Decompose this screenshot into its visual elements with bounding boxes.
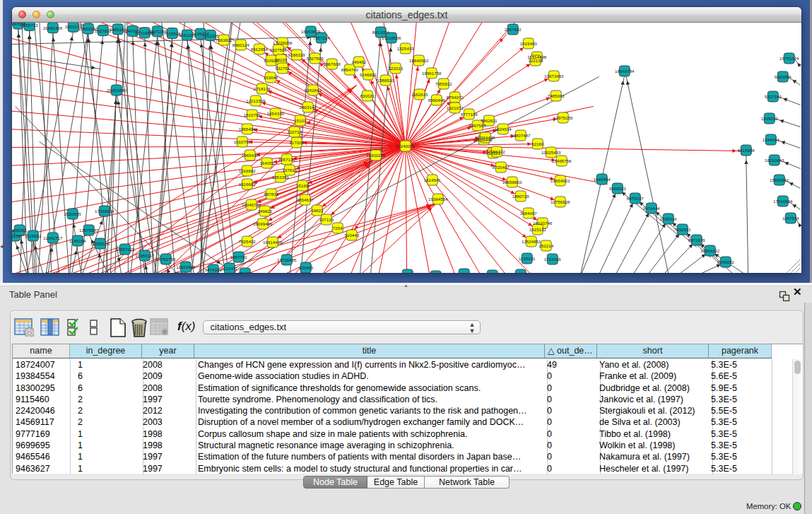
svg-text:7663822: 7663822 [216, 37, 233, 42]
svg-text:2935114: 2935114 [660, 216, 677, 221]
svg-text:910233: 910233 [513, 272, 528, 273]
svg-text:1588520: 1588520 [377, 78, 395, 83]
svg-text:12342717: 12342717 [43, 235, 63, 240]
svg-text:1916682: 1916682 [239, 168, 257, 173]
svg-text:7986322: 7986322 [488, 149, 506, 154]
svg-text:9857791: 9857791 [230, 255, 248, 259]
svg-text:9329966: 9329966 [775, 74, 792, 79]
svg-text:1654339: 1654339 [267, 111, 285, 116]
svg-text:10973493: 10973493 [544, 74, 564, 78]
svg-text:7357224: 7357224 [313, 35, 331, 40]
svg-text:11923446: 11923446 [176, 264, 196, 269]
svg-text:16914479: 16914479 [263, 240, 283, 245]
svg-text:1880728: 1880728 [512, 194, 530, 199]
svg-text:8123411: 8123411 [221, 266, 238, 271]
svg-text:16210643: 16210643 [765, 158, 784, 163]
svg-text:8454749: 8454749 [341, 67, 359, 72]
svg-text:9474303: 9474303 [205, 267, 223, 272]
svg-text:252214: 252214 [539, 243, 553, 248]
svg-text:16961758: 16961758 [422, 71, 442, 76]
svg-text:110713: 110713 [288, 129, 302, 134]
svg-text:13226058: 13226058 [273, 40, 293, 45]
svg-text:830021: 830021 [360, 93, 375, 98]
svg-text:133046: 133046 [263, 75, 278, 80]
svg-text:1965438: 1965438 [242, 153, 259, 158]
svg-text:1353359: 1353359 [272, 175, 290, 180]
svg-text:13975887: 13975887 [79, 228, 99, 233]
svg-text:3684067: 3684067 [520, 211, 538, 216]
svg-text:1916682: 1916682 [239, 182, 257, 187]
svg-text:146462: 146462 [351, 59, 366, 64]
svg-text:7955812: 7955812 [435, 81, 453, 86]
svg-text:910443: 910443 [344, 233, 359, 238]
svg-text:1965498: 1965498 [239, 127, 257, 132]
svg-text:10654112: 10654112 [700, 248, 720, 253]
svg-text:15716485: 15716485 [277, 257, 297, 262]
svg-text:2020655: 2020655 [64, 211, 82, 216]
svg-text:16053809: 16053809 [301, 29, 321, 34]
svg-text:8912954: 8912954 [251, 47, 269, 52]
svg-text:1138141: 1138141 [519, 256, 536, 261]
svg-text:107133: 107133 [319, 217, 334, 222]
svg-text:17957223: 17957223 [115, 247, 135, 252]
svg-text:1615132: 1615132 [529, 227, 547, 232]
svg-text:137813: 137813 [282, 168, 297, 173]
svg-text:7485063: 7485063 [548, 93, 565, 98]
svg-text:16648784: 16648784 [615, 69, 635, 74]
svg-text:1610755: 1610755 [244, 112, 261, 117]
svg-text:16120746: 16120746 [533, 221, 553, 226]
svg-text:12505135: 12505135 [90, 241, 110, 246]
svg-text:1621072: 1621072 [447, 105, 464, 110]
svg-text:16640910: 16640910 [409, 58, 429, 63]
svg-text:2967608: 2967608 [324, 62, 341, 66]
svg-text:8990448: 8990448 [428, 98, 446, 103]
svg-text:9327505: 9327505 [307, 56, 324, 61]
svg-text:15166: 15166 [296, 183, 309, 188]
svg-text:7632621: 7632621 [674, 227, 692, 232]
svg-text:887833: 887833 [264, 192, 278, 197]
svg-text:835061: 835061 [12, 228, 27, 233]
svg-text:7462611: 7462611 [481, 118, 498, 123]
svg-text:9242843: 9242843 [305, 88, 322, 93]
svg-text:2803144: 2803144 [300, 105, 317, 110]
svg-text:1640954: 1640954 [594, 177, 611, 182]
svg-text:8813054: 8813054 [372, 30, 390, 35]
svg-text:6466160: 6466160 [110, 27, 127, 32]
svg-text:164051: 164051 [259, 160, 274, 165]
svg-text:1554637: 1554637 [297, 197, 314, 202]
svg-text:8660124: 8660124 [233, 42, 250, 47]
svg-text:17359924: 17359924 [95, 209, 114, 214]
svg-text:6479197: 6479197 [627, 196, 645, 201]
svg-text:9327506: 9327506 [270, 47, 288, 52]
svg-text:16099489: 16099489 [253, 221, 273, 226]
svg-text:17016504: 17016504 [773, 199, 793, 204]
svg-text:2718176: 2718176 [254, 86, 271, 91]
svg-text:8720407: 8720407 [493, 165, 510, 170]
svg-text:6794072: 6794072 [447, 95, 464, 100]
svg-text:16782759: 16782759 [156, 257, 176, 262]
svg-text:8471676: 8471676 [688, 238, 706, 243]
svg-text:7625402: 7625402 [239, 239, 257, 244]
svg-text:317005: 317005 [289, 140, 304, 145]
svg-text:19218506: 19218506 [382, 35, 401, 40]
svg-text:15751074: 15751074 [779, 56, 799, 61]
svg-text:1145194: 1145194 [69, 238, 86, 243]
svg-text:932751: 932751 [275, 66, 290, 71]
svg-text:7254: 7254 [333, 226, 343, 230]
svg-text:10807487: 10807487 [511, 133, 531, 138]
svg-text:1325419: 1325419 [397, 46, 415, 51]
svg-text:1624534: 1624534 [495, 127, 512, 132]
svg-text:6497568: 6497568 [469, 123, 487, 128]
svg-text:15103: 15103 [294, 118, 307, 123]
svg-text:733205: 733205 [457, 271, 471, 273]
svg-text:122133: 122133 [528, 58, 543, 63]
svg-text:1244413: 1244413 [763, 137, 780, 142]
svg-text:12975155: 12975155 [553, 115, 573, 120]
svg-text:10025433: 10025433 [541, 150, 561, 155]
svg-text:2687682: 2687682 [505, 27, 522, 32]
svg-text:20364436: 20364436 [476, 135, 495, 140]
svg-text:19384554: 19384554 [428, 197, 448, 201]
svg-text:3267130: 3267130 [278, 157, 296, 162]
svg-text:2055713: 2055713 [21, 23, 39, 28]
svg-text:62160: 62160 [531, 141, 544, 146]
